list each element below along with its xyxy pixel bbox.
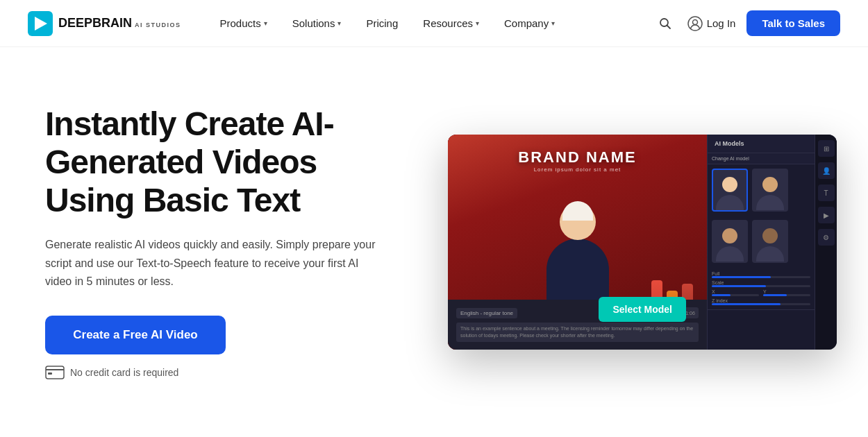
navbar: DEEPBRAIN AI STUDIOS Products ▾ Solution… (0, 0, 868, 47)
nav-item-company[interactable]: Company ▾ (493, 12, 566, 35)
avatar-3[interactable] (712, 220, 748, 263)
x-fill (712, 294, 731, 296)
chevron-down-icon: ▾ (476, 19, 479, 27)
nav-item-resources[interactable]: Resources ▾ (412, 12, 490, 35)
svg-line-3 (667, 25, 670, 28)
avatar-face-4 (762, 228, 778, 243)
logo[interactable]: DEEPBRAIN AI STUDIOS (28, 11, 181, 36)
hero-left: Instantly Create AI-Generated Videos Usi… (45, 105, 406, 380)
nav-item-products[interactable]: Products ▾ (209, 12, 278, 35)
avatar-body-2 (756, 195, 784, 212)
zindex-fill (712, 303, 781, 305)
nav-links: Products ▾ Solutions ▾ Pricing Resources… (209, 12, 654, 35)
logo-brand: DEEPBRAIN (58, 16, 132, 31)
language-selector: English - regular tone (456, 308, 517, 318)
brand-sub-text: Lorem ipsum dolor sit a met (448, 166, 707, 173)
select-model-button[interactable]: Select Model (599, 297, 686, 322)
logo-icon (28, 11, 53, 36)
no-credit-note: No credit card is required (45, 366, 406, 379)
avatar-2[interactable] (752, 169, 788, 212)
search-icon[interactable] (654, 12, 676, 35)
avatar-row (708, 164, 815, 216)
avatar-1[interactable] (712, 169, 748, 212)
hero-description: Generate realistic AI videos quickly and… (45, 236, 378, 291)
create-free-video-button[interactable]: Create a Free AI Video (45, 316, 226, 354)
avatar-face-2 (762, 177, 778, 192)
svg-rect-8 (48, 372, 52, 375)
panel-icon-2[interactable]: 👤 (818, 162, 835, 179)
ai-models-panel: AI Models Change AI model (707, 135, 815, 350)
nav-item-solutions[interactable]: Solutions ▾ (281, 12, 353, 35)
login-button[interactable]: Log In (687, 16, 736, 31)
product-screenshot: BRAND NAME Lorem ipsum dolor sit a met (448, 135, 837, 350)
panel-control-xy: X Y (712, 289, 810, 296)
chevron-down-icon: ▾ (264, 19, 267, 27)
panel-icon-3[interactable]: T (818, 185, 835, 201)
panel-icon-5[interactable]: ⚙ (818, 229, 835, 246)
avatar-face-1 (722, 177, 737, 192)
talk-to-sales-button[interactable]: Talk to Sales (746, 10, 840, 36)
svg-point-5 (692, 19, 697, 24)
chevron-down-icon: ▾ (551, 19, 555, 27)
panel-icon-strip: ⊞ 👤 T ▶ ⚙ (815, 135, 837, 350)
script-textarea: This is an example sentence about a meet… (456, 323, 699, 342)
panel-control-scale: Scale (712, 280, 810, 287)
brand-overlay: BRAND NAME Lorem ipsum dolor sit a met (448, 148, 707, 173)
chevron-down-icon: ▾ (337, 19, 341, 27)
model-hair (562, 201, 593, 221)
user-icon (687, 16, 703, 31)
scale-fill (712, 285, 766, 287)
model-head (560, 204, 596, 240)
main-content: Instantly Create AI-Generated Videos Usi… (0, 47, 868, 437)
panel-icon-4[interactable]: ▶ (818, 207, 835, 223)
panel-controls: Full Scale X (708, 267, 815, 310)
avatar-face-3 (722, 228, 737, 243)
panel-change-label: Change AI model (708, 153, 815, 164)
panel-title: AI Models (708, 135, 815, 153)
logo-sub: AI STUDIOS (135, 22, 181, 28)
svg-rect-6 (46, 366, 64, 379)
nav-right: Log In Talk to Sales (654, 10, 840, 36)
panel-control-zindex: Z index (712, 298, 810, 305)
y-fill (763, 294, 787, 296)
panel-icon-1[interactable]: ⊞ (818, 140, 835, 157)
credit-card-icon (45, 366, 65, 379)
panel-control-full: Full (712, 271, 810, 278)
avatar-body-1 (716, 195, 744, 212)
hero-title: Instantly Create AI-Generated Videos Usi… (45, 105, 406, 220)
full-fill (712, 276, 771, 278)
avatar-row-2 (708, 216, 815, 267)
avatar-4[interactable] (752, 220, 788, 263)
video-preview-area: BRAND NAME Lorem ipsum dolor sit a met (448, 135, 707, 350)
nav-item-pricing[interactable]: Pricing (355, 12, 409, 35)
hero-right: BRAND NAME Lorem ipsum dolor sit a met (448, 47, 837, 437)
brand-name-text: BRAND NAME (448, 148, 707, 166)
avatar-body-4 (756, 246, 784, 263)
avatar-body-3 (716, 246, 744, 263)
